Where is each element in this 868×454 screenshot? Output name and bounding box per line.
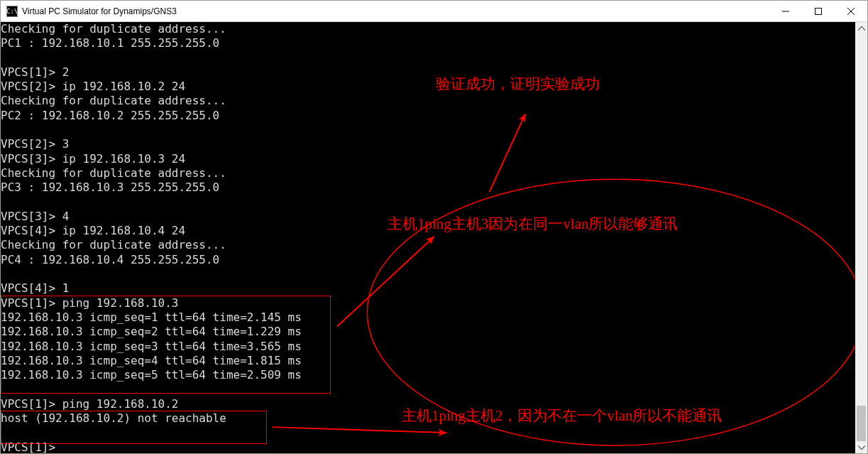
chevron-up-icon [858, 26, 865, 31]
scroll-up-button[interactable] [855, 22, 867, 34]
window-title: Virtual PC Simulator for Dynamips/GNS3 [22, 6, 769, 16]
titlebar[interactable]: C:\ Virtual PC Simulator for Dynamips/GN… [1, 1, 867, 22]
terminal-output[interactable]: Checking for duplicate address... PC1 : … [1, 22, 855, 453]
scroll-thumb[interactable] [857, 406, 866, 441]
app-icon: C:\ [6, 6, 18, 17]
maximize-button[interactable] [802, 1, 835, 21]
app-window: C:\ Virtual PC Simulator for Dynamips/GN… [0, 0, 868, 454]
minimize-icon [782, 8, 789, 15]
client-area: Checking for duplicate address... PC1 : … [1, 22, 867, 453]
scroll-track-top[interactable] [855, 34, 867, 406]
close-icon [847, 8, 855, 15]
close-button[interactable] [835, 1, 867, 21]
maximize-icon [815, 8, 822, 15]
vertical-scrollbar[interactable] [855, 22, 867, 453]
minimize-button[interactable] [769, 1, 802, 21]
window-controls [769, 1, 867, 21]
svg-rect-1 [815, 8, 822, 14]
scroll-down-button[interactable] [855, 441, 867, 453]
chevron-down-icon [858, 445, 865, 450]
